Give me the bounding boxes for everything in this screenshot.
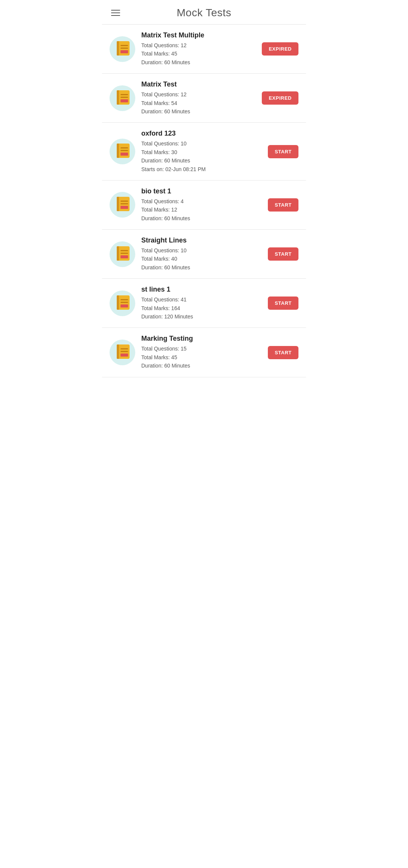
test-questions: Total Questions: 10 (141, 139, 262, 148)
test-marks: Total Marks: 54 (141, 99, 256, 107)
test-info: bio test 1 Total Questions: 4 Total Mark… (141, 187, 262, 222)
test-duration: Duration: 60 Minutes (141, 263, 262, 272)
test-questions: Total Questions: 15 (141, 344, 262, 353)
test-info: Marking Testing Total Questions: 15 Tota… (141, 335, 262, 370)
test-marks: Total Marks: 45 (141, 353, 262, 361)
test-duration: Duration: 60 Minutes (141, 361, 262, 370)
book-icon (115, 295, 130, 311)
test-marks: Total Marks: 12 (141, 205, 262, 214)
test-duration: Duration: 60 Minutes (141, 58, 256, 66)
test-info: Straight Lines Total Questions: 10 Total… (141, 236, 262, 272)
page-title: Mock Tests (177, 7, 232, 19)
test-info: Matrix Test Total Questions: 12 Total Ma… (141, 80, 256, 116)
test-action: EXPIRED (262, 91, 298, 105)
test-item: st lines 1 Total Questions: 41 Total Mar… (102, 279, 306, 328)
test-name: Straight Lines (141, 236, 262, 244)
test-duration: Duration: 60 Minutes (141, 156, 262, 165)
test-info: st lines 1 Total Questions: 41 Total Mar… (141, 286, 262, 321)
test-marks: Total Marks: 164 (141, 304, 262, 312)
test-marks: Total Marks: 45 (141, 49, 256, 58)
test-duration: Duration: 60 Minutes (141, 107, 256, 116)
test-icon-wrap (110, 139, 135, 164)
book-icon (115, 144, 130, 159)
test-item: Marking Testing Total Questions: 15 Tota… (102, 328, 306, 377)
test-icon-wrap (110, 340, 135, 365)
test-item: Matrix Test Multiple Total Questions: 12… (102, 25, 306, 74)
book-icon (115, 197, 130, 213)
test-icon-wrap (110, 85, 135, 111)
test-name: Matrix Test Multiple (141, 31, 256, 39)
test-action: START (268, 145, 298, 158)
test-questions: Total Questions: 41 (141, 295, 262, 304)
test-duration: Duration: 120 Minutes (141, 312, 262, 321)
test-action: START (268, 346, 298, 359)
test-list: Matrix Test Multiple Total Questions: 12… (102, 25, 306, 377)
test-item: Matrix Test Total Questions: 12 Total Ma… (102, 74, 306, 123)
test-marks: Total Marks: 30 (141, 148, 262, 156)
test-questions: Total Questions: 4 (141, 197, 262, 205)
test-starts-on: Starts on: 02-Jun 08:21 PM (141, 165, 262, 173)
test-duration: Duration: 60 Minutes (141, 214, 262, 222)
book-icon (115, 246, 130, 262)
test-item: Straight Lines Total Questions: 10 Total… (102, 230, 306, 279)
test-icon-wrap (110, 192, 135, 218)
test-icon-wrap (110, 36, 135, 62)
test-info: oxford 123 Total Questions: 10 Total Mar… (141, 130, 262, 173)
start-button[interactable]: START (268, 198, 298, 212)
test-name: Matrix Test (141, 80, 256, 88)
expired-button[interactable]: EXPIRED (262, 91, 298, 105)
test-info: Matrix Test Multiple Total Questions: 12… (141, 31, 256, 66)
test-action: START (268, 198, 298, 212)
test-action: START (268, 247, 298, 261)
test-questions: Total Questions: 12 (141, 41, 256, 49)
test-name: oxford 123 (141, 130, 262, 137)
test-name: st lines 1 (141, 286, 262, 293)
start-button[interactable]: START (268, 145, 298, 158)
test-action: START (268, 297, 298, 310)
test-questions: Total Questions: 12 (141, 90, 256, 99)
test-action: EXPIRED (262, 42, 298, 56)
start-button[interactable]: START (268, 346, 298, 359)
test-questions: Total Questions: 10 (141, 246, 262, 255)
test-item: oxford 123 Total Questions: 10 Total Mar… (102, 123, 306, 181)
start-button[interactable]: START (268, 297, 298, 310)
test-marks: Total Marks: 40 (141, 255, 262, 263)
book-icon (115, 90, 130, 106)
test-item: bio test 1 Total Questions: 4 Total Mark… (102, 181, 306, 230)
expired-button[interactable]: EXPIRED (262, 42, 298, 56)
book-icon (115, 344, 130, 360)
start-button[interactable]: START (268, 247, 298, 261)
test-name: bio test 1 (141, 187, 262, 195)
test-icon-wrap (110, 290, 135, 316)
test-name: Marking Testing (141, 335, 262, 343)
test-icon-wrap (110, 241, 135, 267)
hamburger-menu-button[interactable] (110, 8, 122, 17)
app-header: Mock Tests (102, 0, 306, 25)
book-icon (115, 41, 130, 57)
